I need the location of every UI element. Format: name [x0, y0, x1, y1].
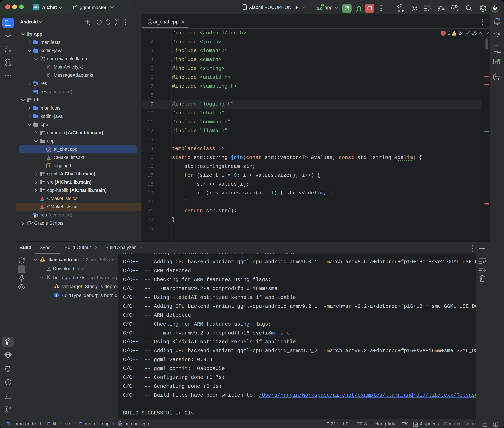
svg-text:C: C [149, 21, 151, 24]
svg-text:C: C [119, 422, 121, 425]
svg-text:C: C [47, 148, 49, 151]
